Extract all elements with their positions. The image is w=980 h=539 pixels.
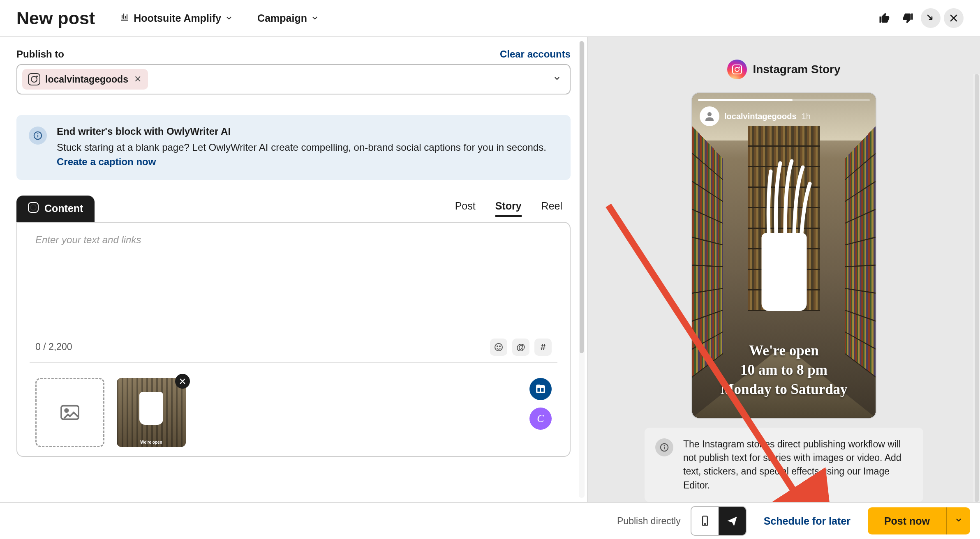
composer-pane: Publish to Clear accounts localvintagego… [0,37,588,502]
avatar [700,106,719,126]
mention-button[interactable]: @ [512,339,529,356]
accounts-select[interactable]: localvintagegoods ✕ [16,64,571,94]
remove-media-button[interactable] [175,374,190,389]
type-tab-story[interactable]: Story [495,200,522,217]
post-now-button[interactable]: Post now [868,507,946,534]
preview-note: The Instagram stories direct publishing … [645,428,923,502]
story-user: localvintagegoods 1h [700,106,811,126]
preview-note-text: The Instagram stories direct publishing … [683,438,913,492]
remove-account-button[interactable]: ✕ [133,74,142,85]
mobile-mode-button[interactable] [691,507,719,535]
footer: Publish directly Schedule for later Post… [0,502,980,539]
banner-title: End writer's block with OwlyWriter AI [57,126,558,137]
direct-mode-button[interactable] [719,507,746,535]
type-tab-reel[interactable]: Reel [541,200,562,217]
create-caption-link[interactable]: Create a caption now [57,156,156,167]
preview-header: Instagram Story [727,60,840,79]
thumbs-up-button[interactable] [875,8,894,28]
chevron-down-icon [955,516,962,525]
post-type-tabs: Post Story Reel [455,200,562,217]
char-count: 0 / 2,200 [35,341,72,352]
preview-title: Instagram Story [753,63,840,76]
svg-point-5 [499,346,500,347]
post-now-dropdown[interactable] [946,507,970,534]
hashtag-button[interactable]: # [534,339,552,356]
publish-mode-toggle [691,506,747,536]
story-sticker [746,155,822,311]
svg-point-4 [497,346,498,347]
instagram-icon [28,202,39,215]
svg-rect-1 [37,135,38,137]
publish-directly-label: Publish directly [617,516,681,527]
chevron-down-icon [225,12,233,24]
text-input[interactable]: Enter your text and links [30,234,557,333]
page-title: New post [16,8,95,28]
instagram-icon [28,73,40,85]
canva-button[interactable]: C [529,408,552,430]
close-button[interactable] [944,8,964,28]
media-thumbnail[interactable]: We're open [117,378,186,447]
owlywriter-banner: End writer's block with OwlyWriter AI St… [16,115,571,180]
publish-to-label: Publish to [16,48,64,60]
editor: Enter your text and links 0 / 2,200 @ # [16,222,571,457]
svg-point-8 [707,112,712,116]
schedule-later-link[interactable]: Schedule for later [764,515,851,527]
chevron-down-icon[interactable] [553,75,561,84]
emoji-button[interactable] [490,339,507,356]
story-preview: localvintagegoods 1h We're open 10 am to… [691,92,876,419]
scrollbar-thumb[interactable] [975,74,979,502]
amplify-icon [120,12,129,24]
header: New post Hootsuite Amplify Campaign [0,0,980,37]
story-username: localvintagegoods [724,112,797,121]
info-icon [29,127,47,145]
story-caption: We're open 10 am to 8 pm Monday to Satur… [692,341,876,399]
type-tab-post[interactable]: Post [455,200,476,217]
svg-point-15 [705,523,705,524]
svg-point-3 [495,343,502,351]
svg-point-2 [37,133,39,134]
post-now-button-group: Post now [868,507,970,534]
minimize-button[interactable] [921,8,941,28]
account-name: localvintagegoods [45,74,128,85]
clear-accounts-link[interactable]: Clear accounts [500,48,571,60]
thumbs-down-button[interactable] [898,8,918,28]
content-tab[interactable]: Content [16,196,95,222]
chevron-down-icon [311,12,319,24]
account-chip: localvintagegoods ✕ [22,69,148,90]
preview-pane: Instagram Story [588,37,980,502]
media-library-button[interactable] [529,378,552,400]
amplify-label: Hootsuite Amplify [134,12,221,24]
banner-body: Stuck staring at a blank page? Let OwlyW… [57,141,558,169]
campaign-label: Campaign [257,12,307,24]
story-time: 1h [802,112,811,121]
svg-rect-10 [664,447,665,449]
scrollbar[interactable] [973,74,980,502]
scrollbar[interactable] [579,41,585,498]
svg-point-11 [664,445,665,446]
svg-point-7 [65,409,68,412]
campaign-dropdown[interactable]: Campaign [257,12,319,24]
content-tab-label: Content [44,203,83,214]
add-media-button[interactable] [35,378,104,447]
story-progress [698,99,870,101]
instagram-icon [727,60,747,79]
info-icon [655,438,673,456]
amplify-dropdown[interactable]: Hootsuite Amplify [120,12,233,24]
scrollbar-thumb[interactable] [580,41,584,353]
